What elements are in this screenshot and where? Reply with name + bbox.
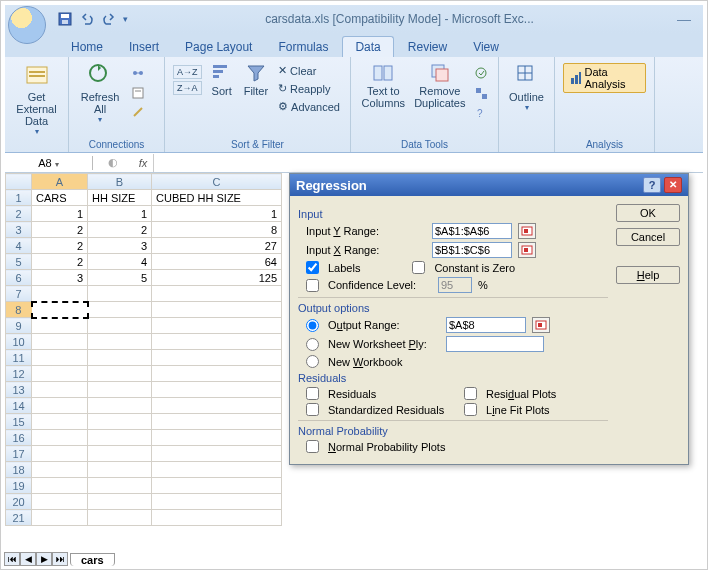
- normprob-checkbox[interactable]: [306, 440, 319, 453]
- cell-B5[interactable]: 4: [88, 254, 152, 270]
- tab-data[interactable]: Data: [342, 36, 393, 57]
- cell-A15[interactable]: [32, 414, 88, 430]
- y-range-ref-icon[interactable]: [518, 223, 536, 239]
- advanced-button[interactable]: ⚙ Advanced: [276, 99, 342, 114]
- dialog-title-bar[interactable]: Regression ? ✕: [290, 174, 688, 196]
- close-icon[interactable]: ✕: [664, 177, 682, 193]
- cell-A8[interactable]: [32, 302, 88, 318]
- row-header-1[interactable]: 1: [6, 190, 32, 206]
- x-range-ref-icon[interactable]: [518, 242, 536, 258]
- cell-B8[interactable]: [88, 302, 152, 318]
- cell-A1[interactable]: CARS: [32, 190, 88, 206]
- row-header-6[interactable]: 6: [6, 270, 32, 286]
- cell-B3[interactable]: 2: [88, 222, 152, 238]
- cell-A14[interactable]: [32, 398, 88, 414]
- help-button[interactable]: Help: [616, 266, 680, 284]
- tab-formulas[interactable]: Formulas: [266, 37, 340, 57]
- cell-C3[interactable]: 8: [152, 222, 282, 238]
- clear-button[interactable]: ✕ Clear: [276, 63, 342, 78]
- filter-button[interactable]: Filter: [242, 61, 270, 97]
- cell-B18[interactable]: [88, 462, 152, 478]
- cell-C17[interactable]: [152, 446, 282, 462]
- row-header-10[interactable]: 10: [6, 334, 32, 350]
- cell-C6[interactable]: 125: [152, 270, 282, 286]
- residuals-checkbox[interactable]: [306, 387, 319, 400]
- row-header-11[interactable]: 11: [6, 350, 32, 366]
- std-residuals-checkbox[interactable]: [306, 403, 319, 416]
- row-header-17[interactable]: 17: [6, 446, 32, 462]
- refresh-all-button[interactable]: Refresh All▾: [77, 61, 123, 124]
- ok-button[interactable]: OK: [616, 204, 680, 222]
- row-header-20[interactable]: 20: [6, 494, 32, 510]
- cell-C8[interactable]: [152, 302, 282, 318]
- tab-home[interactable]: Home: [59, 37, 115, 57]
- cell-B4[interactable]: 3: [88, 238, 152, 254]
- tab-page-layout[interactable]: Page Layout: [173, 37, 264, 57]
- spreadsheet-grid[interactable]: ABC1CARSHH SIZECUBED HH SIZE211132284232…: [5, 173, 282, 526]
- cell-B19[interactable]: [88, 478, 152, 494]
- sheet-nav-next-icon[interactable]: ▶: [36, 552, 52, 566]
- output-range-input[interactable]: [446, 317, 526, 333]
- cell-A6[interactable]: 3: [32, 270, 88, 286]
- col-header-B[interactable]: B: [88, 174, 152, 190]
- row-header-15[interactable]: 15: [6, 414, 32, 430]
- cell-C4[interactable]: 27: [152, 238, 282, 254]
- name-box[interactable]: A8 ▾: [5, 156, 93, 170]
- cell-A19[interactable]: [32, 478, 88, 494]
- x-range-input[interactable]: [432, 242, 512, 258]
- cell-A20[interactable]: [32, 494, 88, 510]
- sort-za-icon[interactable]: Z→A: [173, 81, 202, 95]
- row-header-19[interactable]: 19: [6, 478, 32, 494]
- cell-C11[interactable]: [152, 350, 282, 366]
- sheet-nav-prev-icon[interactable]: ◀: [20, 552, 36, 566]
- cell-C10[interactable]: [152, 334, 282, 350]
- data-validation-icon[interactable]: [472, 65, 490, 81]
- cell-B20[interactable]: [88, 494, 152, 510]
- output-range-ref-icon[interactable]: [532, 317, 550, 333]
- cancel-button[interactable]: Cancel: [616, 228, 680, 246]
- fx-icon[interactable]: fx: [133, 157, 153, 169]
- connections-icon[interactable]: [129, 65, 147, 81]
- row-header-7[interactable]: 7: [6, 286, 32, 302]
- cell-C16[interactable]: [152, 430, 282, 446]
- cell-A16[interactable]: [32, 430, 88, 446]
- cell-B17[interactable]: [88, 446, 152, 462]
- constant-zero-checkbox[interactable]: [412, 261, 425, 274]
- tab-review[interactable]: Review: [396, 37, 459, 57]
- cell-A17[interactable]: [32, 446, 88, 462]
- cell-C2[interactable]: 1: [152, 206, 282, 222]
- row-header-4[interactable]: 4: [6, 238, 32, 254]
- cell-B11[interactable]: [88, 350, 152, 366]
- minimize-icon[interactable]: —: [677, 11, 691, 27]
- edit-links-icon[interactable]: [129, 105, 147, 121]
- row-header-9[interactable]: 9: [6, 318, 32, 334]
- cell-B15[interactable]: [88, 414, 152, 430]
- cell-B2[interactable]: 1: [88, 206, 152, 222]
- cell-C12[interactable]: [152, 366, 282, 382]
- cell-C9[interactable]: [152, 318, 282, 334]
- whatif-icon[interactable]: ?: [472, 105, 490, 121]
- row-header-3[interactable]: 3: [6, 222, 32, 238]
- labels-checkbox[interactable]: [306, 261, 319, 274]
- cell-B12[interactable]: [88, 366, 152, 382]
- confidence-checkbox[interactable]: [306, 279, 319, 292]
- line-fit-checkbox[interactable]: [464, 403, 477, 416]
- cell-C14[interactable]: [152, 398, 282, 414]
- cell-A5[interactable]: 2: [32, 254, 88, 270]
- cell-C19[interactable]: [152, 478, 282, 494]
- cell-B7[interactable]: [88, 286, 152, 302]
- sheet-nav-last-icon[interactable]: ⏭: [52, 552, 68, 566]
- cell-C15[interactable]: [152, 414, 282, 430]
- cell-B6[interactable]: 5: [88, 270, 152, 286]
- row-header-2[interactable]: 2: [6, 206, 32, 222]
- properties-icon[interactable]: [129, 85, 147, 101]
- reapply-button[interactable]: ↻ Reapply: [276, 81, 342, 96]
- cell-B14[interactable]: [88, 398, 152, 414]
- cell-C5[interactable]: 64: [152, 254, 282, 270]
- row-header-16[interactable]: 16: [6, 430, 32, 446]
- remove-duplicates-button[interactable]: Remove Duplicates: [414, 61, 466, 109]
- save-icon[interactable]: [57, 11, 73, 27]
- new-workbook-radio[interactable]: [306, 355, 319, 368]
- new-worksheet-input[interactable]: [446, 336, 544, 352]
- row-header-8[interactable]: 8: [6, 302, 32, 318]
